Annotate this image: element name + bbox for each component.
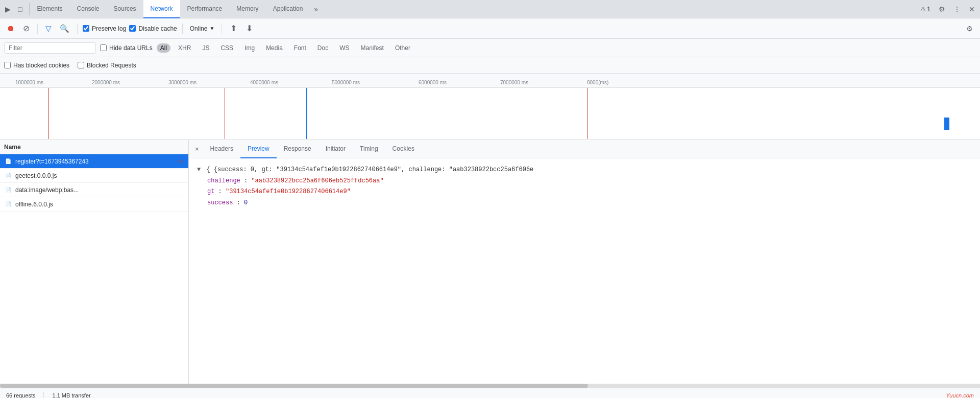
request-name-0: register?t=1673945367243 — [15, 158, 171, 165]
hide-data-urls-label[interactable]: Hide data URLs — [100, 44, 153, 52]
close-devtools-button[interactable]: ✕ — [966, 3, 978, 15]
tab-console[interactable]: Console — [70, 0, 107, 18]
toolbar-divider-1 — [37, 24, 38, 34]
tab-network[interactable]: Network — [143, 0, 180, 18]
tab-performance[interactable]: Performance — [180, 0, 230, 18]
network-toolbar: ⏺ ⊘ ▽ 🔍 Preserve log Disable cache Onlin… — [0, 18, 980, 39]
horizontal-scrollbar[interactable] — [0, 384, 980, 388]
hide-data-urls-checkbox[interactable] — [100, 44, 107, 51]
network-settings-icon[interactable]: ⚙ — [963, 22, 976, 35]
network-throttle-select[interactable]: Online ▼ — [188, 24, 217, 33]
settings-icon[interactable]: ⚙ — [936, 3, 948, 15]
expand-icon[interactable]: ▼ — [197, 166, 201, 173]
challenge-key: challenge — [207, 177, 240, 184]
detail-close-button[interactable]: × — [191, 143, 203, 155]
upload-icon[interactable]: ⬆ — [227, 22, 240, 35]
filter-type-all[interactable]: All — [157, 43, 170, 53]
success-val: 0 — [244, 199, 248, 206]
preserve-log-checkbox[interactable] — [83, 25, 89, 32]
inspect-icon[interactable]: □ — [15, 3, 25, 15]
tick-8: 8000(ms) — [587, 80, 608, 85]
clear-button[interactable]: ⊘ — [20, 21, 32, 35]
timeline-marker-blue — [306, 88, 307, 139]
request-list-panel: Name 📄 register?t=1673945367243 → 📄 geet… — [0, 140, 189, 384]
devtools-icons: ▶ □ — [2, 3, 30, 15]
filter-type-js[interactable]: JS — [199, 43, 213, 53]
record-button[interactable]: ⏺ — [4, 22, 17, 35]
filter-type-img[interactable]: Img — [241, 43, 258, 53]
json-root-line: ▼ { {success: 0, gt: "39134c54afef1e0b19… — [197, 165, 972, 176]
status-bar: 66 requests 1.1 MB transfer Yuucn.com — [0, 388, 980, 398]
detail-tab-response[interactable]: Response — [277, 140, 318, 158]
detail-panel: × Headers Preview Response Initiator Tim… — [189, 140, 980, 384]
preview-content: ▼ { {success: 0, gt: "39134c54afef1e0b19… — [189, 158, 980, 384]
timeline-marker-2 — [225, 88, 225, 139]
filter-type-doc[interactable]: Doc — [314, 43, 332, 53]
filter-type-xhr[interactable]: XHR — [175, 43, 194, 53]
arrow-indicator-0: → — [175, 156, 184, 167]
file-icon-3: 📄 — [4, 200, 12, 208]
json-challenge-line: challenge : "aab3238922bcc25a6f606eb525f… — [197, 176, 972, 187]
request-item-1[interactable]: 📄 geetest.0.0.0.js — [0, 169, 188, 183]
watermark: Yuucn.com — [946, 392, 974, 399]
warning-count: 1 — [927, 6, 930, 13]
disable-cache-checkbox-label[interactable]: Disable cache — [129, 25, 177, 32]
filter-row: Hide data URLs All XHR JS CSS Img Media … — [0, 39, 980, 57]
warning-icon: ⚠ — [920, 6, 926, 13]
filter-type-other[interactable]: Other — [391, 43, 414, 53]
filter-type-ws[interactable]: WS — [336, 43, 353, 53]
download-icon[interactable]: ⬇ — [243, 22, 256, 35]
cursor-icon[interactable]: ▶ — [2, 3, 14, 15]
detail-tab-preview[interactable]: Preview — [240, 140, 277, 158]
toolbar-divider-3 — [182, 24, 183, 34]
detail-tab-timing[interactable]: Timing — [353, 140, 385, 158]
request-item-0[interactable]: 📄 register?t=1673945367243 → — [0, 154, 188, 169]
gt-val: "39134c54afef1e0b19228627406614e9" — [226, 188, 351, 195]
more-options-icon[interactable]: ⋮ — [950, 3, 964, 15]
file-icon-0: 📄 — [4, 157, 12, 166]
request-name-1: geetest.0.0.0.js — [15, 172, 184, 179]
request-item-3[interactable]: 📄 offline.6.0.0.js — [0, 197, 188, 212]
request-item-2[interactable]: 📄 data:image/webp;bas... — [0, 183, 188, 197]
detail-tab-initiator[interactable]: Initiator — [318, 140, 353, 158]
has-blocked-cookies-checkbox[interactable] — [4, 62, 11, 68]
timeline-marker-1 — [48, 88, 49, 139]
has-blocked-cookies-label[interactable]: Has blocked cookies — [4, 62, 69, 69]
blocked-row: Has blocked cookies Blocked Requests — [0, 57, 980, 74]
warning-button[interactable]: ⚠ 1 — [917, 5, 934, 14]
request-name-3: offline.6.0.0.js — [15, 201, 184, 208]
file-icon-2: 📄 — [4, 186, 12, 194]
blocked-requests-label[interactable]: Blocked Requests — [78, 62, 136, 69]
disable-cache-checkbox[interactable] — [129, 25, 136, 32]
challenge-val: "aab3238922bcc25a6f606eb525ffdc56aa" — [251, 177, 383, 184]
filter-type-font[interactable]: Font — [290, 43, 310, 53]
tick-7: 7000000 ms — [500, 80, 528, 85]
tick-2: 2000000 ms — [92, 80, 120, 85]
detail-tab-cookies[interactable]: Cookies — [385, 140, 422, 158]
filter-type-media[interactable]: Media — [262, 43, 286, 53]
chevron-down-icon: ▼ — [209, 26, 214, 31]
search-icon[interactable]: 🔍 — [57, 22, 72, 35]
timeline-block — [944, 118, 949, 130]
filter-type-css[interactable]: CSS — [217, 43, 237, 53]
tab-bar-right: ⚠ 1 ⚙ ⋮ ✕ — [917, 3, 978, 15]
blocked-requests-checkbox[interactable] — [78, 62, 84, 68]
filter-type-manifest[interactable]: Manifest — [357, 43, 387, 53]
filter-icon[interactable]: ▽ — [43, 22, 54, 35]
tab-elements[interactable]: Elements — [30, 0, 69, 18]
tab-sources[interactable]: Sources — [107, 0, 143, 18]
main-content: Name 📄 register?t=1673945367243 → 📄 geet… — [0, 140, 980, 384]
scrollbar-thumb[interactable] — [0, 384, 588, 388]
tick-5: 5000000 ms — [332, 80, 360, 85]
json-gt-line: gt : "39134c54afef1e0b19228627406614e9" — [197, 186, 972, 198]
tick-4: 4000000 ms — [250, 80, 278, 85]
toolbar-divider-4 — [222, 24, 222, 34]
more-tabs-button[interactable]: » — [310, 5, 322, 13]
tab-application[interactable]: Application — [266, 0, 310, 18]
tab-memory[interactable]: Memory — [229, 0, 265, 18]
preserve-log-checkbox-label[interactable]: Preserve log — [83, 25, 126, 32]
detail-tab-headers[interactable]: Headers — [203, 140, 240, 158]
request-name-2: data:image/webp;bas... — [15, 186, 184, 194]
filter-input[interactable] — [4, 42, 96, 54]
success-key: success — [207, 199, 233, 206]
